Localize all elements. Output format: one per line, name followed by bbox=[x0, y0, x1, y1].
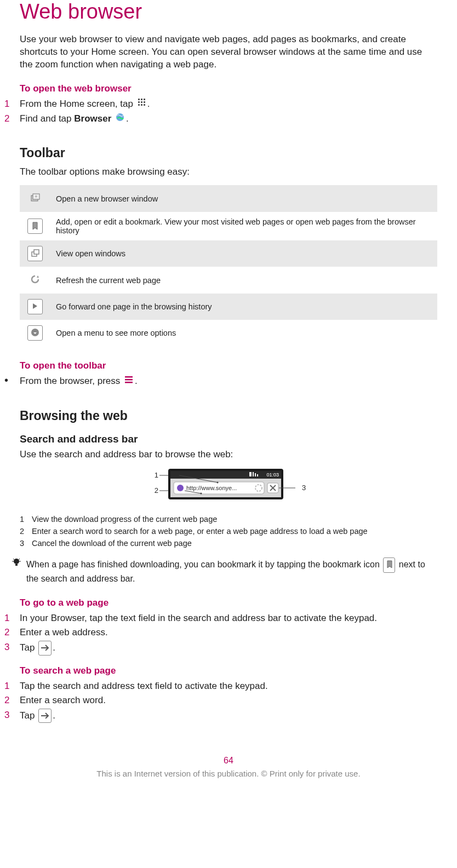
table-row: Go forward one page in the browsing hist… bbox=[20, 294, 437, 320]
step-number: 1 bbox=[4, 612, 20, 625]
search-step-2: 2 Enter a search word. bbox=[20, 694, 437, 708]
page-title: Web browser bbox=[20, 0, 437, 24]
step-text-post: . bbox=[135, 376, 138, 387]
search-bar-lead: Use the search and address bar to browse… bbox=[20, 449, 437, 461]
open-toolbar-step: • From the browser, press . bbox=[20, 375, 437, 389]
grid-icon bbox=[137, 97, 146, 111]
heading-toolbar: Toolbar bbox=[20, 146, 437, 160]
toolbar-table: Open a new browser window Add, open or e… bbox=[20, 185, 437, 346]
table-cell-text: Open a new browser window bbox=[52, 185, 437, 212]
figure-label-2: 2 bbox=[155, 486, 158, 495]
table-cell-text: Add, open or edit a bookmark. View your … bbox=[52, 212, 437, 240]
step-text: From the browser, press bbox=[20, 376, 123, 387]
heading-goto: To go to a web page bbox=[20, 597, 437, 608]
figure-label-3: 3 bbox=[302, 484, 306, 492]
footer-text: This is an Internet version of this publ… bbox=[20, 769, 437, 778]
table-cell-text: Open a menu to see more options bbox=[52, 320, 437, 346]
table-row: Open a menu to see more options bbox=[20, 320, 437, 346]
step-text: In your Browser, tap the text field in t… bbox=[20, 612, 437, 625]
step-number: 1 bbox=[4, 97, 20, 111]
arrow-right-icon bbox=[38, 641, 52, 656]
step-text: Enter a web address. bbox=[20, 626, 437, 640]
toolbar-lead: The toolbar options make browsing easy: bbox=[20, 166, 437, 179]
svg-rect-30 bbox=[249, 472, 252, 476]
search-step-3: 3 Tap . bbox=[20, 709, 437, 723]
bookmark-icon bbox=[383, 557, 395, 573]
legend-num: 3 bbox=[20, 539, 32, 548]
svg-rect-31 bbox=[253, 472, 254, 476]
svg-point-36 bbox=[177, 485, 184, 491]
goto-step-2: 2 Enter a web address. bbox=[20, 626, 437, 640]
svg-point-44 bbox=[201, 492, 202, 494]
step-text-post: . bbox=[126, 113, 129, 124]
globe-icon bbox=[115, 112, 125, 127]
step-bold: Browser bbox=[74, 113, 111, 124]
table-cell-text: Go forward one page in the browsing hist… bbox=[52, 294, 437, 320]
address-bar-figure: 1 2 01:03 http://www.sonye... bbox=[20, 468, 437, 503]
legend-text: Cancel the download of the current web p… bbox=[32, 539, 192, 548]
step-text: From the Home screen, tap bbox=[20, 99, 136, 109]
bookmark-icon bbox=[27, 219, 43, 234]
step-text: Tap bbox=[20, 710, 37, 721]
heading-search: To search a web page bbox=[20, 665, 437, 676]
figure-status-time: 01:03 bbox=[266, 472, 279, 478]
goto-step-3: 3 Tap . bbox=[20, 641, 437, 656]
legend-text: Enter a search word to search for a web … bbox=[32, 527, 368, 536]
step-text: Tap bbox=[20, 642, 37, 653]
legend-num: 1 bbox=[20, 515, 32, 524]
step-text-post: . bbox=[53, 710, 55, 721]
table-row: Refresh the current web page bbox=[20, 267, 437, 294]
svg-rect-33 bbox=[257, 474, 258, 476]
table-row: View open windows bbox=[20, 240, 437, 267]
intro-text: Use your web browser to view and navigat… bbox=[20, 33, 437, 71]
step-number: 2 bbox=[4, 694, 20, 708]
figure-label-1: 1 bbox=[155, 471, 158, 479]
step-number: 3 bbox=[4, 641, 20, 654]
heading-open-toolbar: To open the toolbar bbox=[20, 360, 437, 371]
svg-rect-32 bbox=[255, 473, 256, 476]
step-number: 3 bbox=[4, 709, 20, 722]
legend-row-1: 1 View the download progress of the curr… bbox=[20, 515, 437, 524]
new-window-icon bbox=[28, 191, 42, 205]
legend-num: 2 bbox=[20, 527, 32, 536]
step-text-post: . bbox=[53, 642, 55, 653]
step-number: 1 bbox=[4, 680, 20, 693]
table-row: Open a new browser window bbox=[20, 185, 437, 212]
table-row: Add, open or edit a bookmark. View your … bbox=[20, 212, 437, 240]
tip-text-pre: When a page has finished downloading, yo… bbox=[26, 560, 382, 569]
table-cell-text: View open windows bbox=[52, 240, 437, 267]
tip-block: When a page has finished downloading, yo… bbox=[7, 557, 437, 585]
heading-open-browser: To open the web browser bbox=[20, 83, 437, 94]
goto-step-1: 1 In your Browser, tap the text field in… bbox=[20, 612, 437, 625]
step-number: 2 bbox=[4, 626, 20, 640]
svg-rect-29 bbox=[170, 471, 281, 479]
figure-url: http://www.sonye... bbox=[186, 485, 237, 491]
refresh-icon bbox=[28, 272, 42, 286]
more-icon bbox=[27, 325, 43, 341]
open-browser-step-2: 2 Find and tap Browser . bbox=[20, 112, 437, 127]
step-text: Enter a search word. bbox=[20, 694, 437, 708]
table-cell-text: Refresh the current web page bbox=[52, 267, 437, 294]
step-text: Find and tap bbox=[20, 113, 74, 124]
menu-icon bbox=[124, 375, 134, 389]
svg-point-42 bbox=[217, 481, 219, 483]
page-number: 64 bbox=[20, 756, 437, 766]
step-mid bbox=[111, 113, 114, 124]
windows-icon bbox=[27, 246, 43, 261]
step-number: 2 bbox=[4, 112, 20, 126]
tip-icon bbox=[12, 560, 21, 569]
bullet: • bbox=[4, 375, 20, 386]
open-browser-step-1: 1 From the Home screen, tap . bbox=[20, 97, 437, 111]
forward-icon bbox=[27, 299, 43, 314]
step-text-post: . bbox=[147, 99, 150, 109]
step-text: Tap the search and address text field to… bbox=[20, 680, 437, 693]
arrow-right-icon bbox=[38, 709, 52, 723]
legend-row-3: 3 Cancel the download of the current web… bbox=[20, 539, 437, 548]
legend-text: View the download progress of the curren… bbox=[32, 515, 217, 524]
search-step-1: 1 Tap the search and address text field … bbox=[20, 680, 437, 693]
heading-browsing: Browsing the web bbox=[20, 409, 437, 423]
legend-row-2: 2 Enter a search word to search for a we… bbox=[20, 527, 437, 536]
heading-search-bar: Search and address bar bbox=[20, 433, 437, 445]
